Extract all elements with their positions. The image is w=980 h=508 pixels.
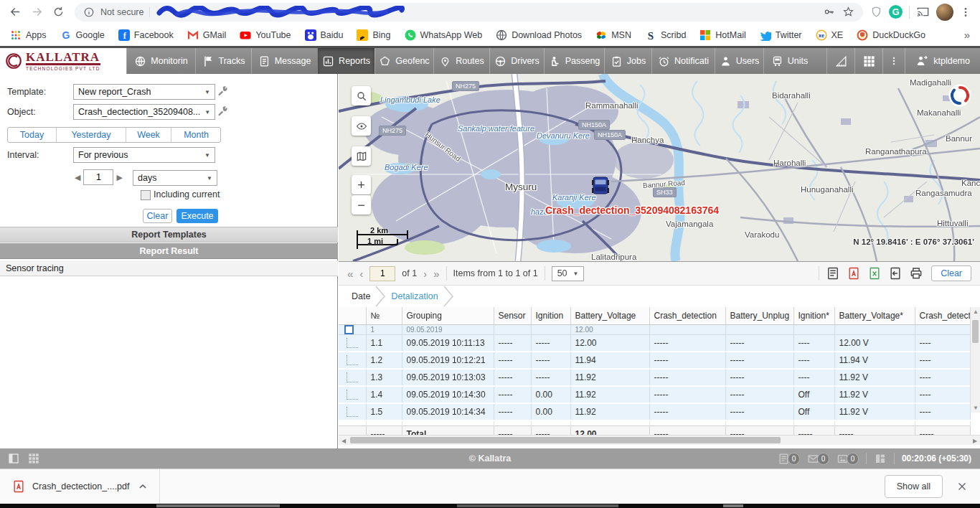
- execute-button[interactable]: Execute: [176, 209, 218, 223]
- object-select[interactable]: Crash_dectection_35209408...▼: [73, 104, 215, 120]
- bookmark-whatsapp-web[interactable]: WhatsApp Web: [405, 29, 483, 41]
- bookmark-twitter[interactable]: Twitter: [760, 29, 802, 41]
- info-icon[interactable]: [83, 6, 95, 18]
- bookmark-hotmail[interactable]: HotMail: [699, 29, 745, 41]
- download-item[interactable]: Crash_dectection_....pdf: [0, 469, 160, 504]
- grammarly-icon[interactable]: G: [889, 5, 903, 19]
- map-search-button[interactable]: [352, 86, 371, 105]
- report-clear-button[interactable]: Clear: [931, 265, 971, 281]
- clear-button[interactable]: Clear: [143, 209, 172, 223]
- range-today[interactable]: Today: [8, 128, 57, 142]
- report-view-icon[interactable]: [826, 266, 840, 281]
- report-result-section[interactable]: Report Result: [0, 243, 338, 259]
- chevron-up-icon[interactable]: [136, 480, 149, 493]
- page-size-select[interactable]: 50 ▼: [552, 266, 585, 281]
- tab-users[interactable]: Users: [715, 48, 763, 74]
- tab-jobs[interactable]: Jobs: [604, 48, 651, 74]
- result-item-sensor-tracing[interactable]: Sensor tracing: [0, 260, 338, 276]
- apps-button[interactable]: [854, 48, 882, 74]
- table-row[interactable]: 1.109.05.2019 10:11:13----------12.00---…: [339, 335, 970, 352]
- browser-menu-icon[interactable]: [960, 6, 971, 18]
- horizontal-scroll-thumb[interactable]: [350, 437, 781, 443]
- print-icon[interactable]: [909, 266, 923, 281]
- export-pdf-icon[interactable]: [847, 266, 861, 281]
- range-month[interactable]: Month: [171, 128, 221, 142]
- next-page-button[interactable]: ›: [423, 268, 427, 280]
- report-templates-section[interactable]: Report Templates: [0, 227, 338, 243]
- address-bar[interactable]: Not secure: [75, 3, 863, 22]
- table-row[interactable]: 1.209.05.2019 10:12:21----------11.94---…: [339, 352, 970, 369]
- tab-message[interactable]: Message: [251, 48, 317, 74]
- tab-date[interactable]: Date: [347, 291, 374, 301]
- bookmark-apps[interactable]: Apps: [10, 29, 47, 41]
- cast-icon[interactable]: [916, 5, 930, 19]
- table-row[interactable]: 1.509.05.2019 10:14:34-----0.0011.92----…: [339, 403, 970, 420]
- bookmark-youtube[interactable]: YouTube: [240, 29, 291, 41]
- zoom-in-button[interactable]: +: [352, 175, 371, 194]
- shield-extension-icon[interactable]: [870, 6, 882, 18]
- count-increment[interactable]: ▶: [113, 173, 125, 182]
- bookmark-google[interactable]: GGoogle: [60, 29, 105, 41]
- reload-button[interactable]: [49, 3, 67, 22]
- last-page-button[interactable]: »: [433, 268, 439, 280]
- scroll-down-arrow[interactable]: ▼: [971, 403, 980, 413]
- table-spacer-row[interactable]: [339, 420, 970, 426]
- bookmark-facebook[interactable]: fFacebook: [118, 29, 174, 41]
- tab-units[interactable]: Units: [763, 48, 815, 74]
- back-button[interactable]: [6, 3, 24, 22]
- page-input[interactable]: [369, 266, 395, 281]
- tab-passeng[interactable]: Passeng: [544, 48, 604, 74]
- tab-routes[interactable]: Routes: [433, 48, 489, 74]
- range-yesterday[interactable]: Yesterday: [57, 128, 126, 142]
- table-row-partial[interactable]: 109.05.201912.00: [339, 325, 970, 335]
- close-download-bar-icon[interactable]: [956, 480, 969, 493]
- range-week[interactable]: Week: [126, 128, 171, 142]
- tab-notificati[interactable]: Notificati: [651, 48, 715, 74]
- profile-avatar[interactable]: [936, 4, 953, 21]
- count-input[interactable]: [83, 169, 113, 185]
- tab-drivers[interactable]: Drivers: [489, 48, 544, 74]
- row-checkbox[interactable]: [344, 325, 354, 334]
- bookmark-scribd[interactable]: SScribd: [645, 29, 686, 41]
- bookmark-download-photos[interactable]: Download Photos: [496, 29, 582, 41]
- app-logo[interactable]: KALLATRA TECHNOLOGIES PVT LTD: [0, 48, 126, 74]
- bookmark-msn[interactable]: MSN: [595, 29, 631, 41]
- tab-geofenc[interactable]: Geofenc: [374, 48, 433, 74]
- bookmark-baidu[interactable]: Baidu: [305, 29, 344, 41]
- tab-reports[interactable]: Reports: [317, 48, 374, 74]
- template-select[interactable]: New report_Crash▼: [73, 84, 215, 100]
- vertical-scroll-thumb[interactable]: [972, 320, 979, 343]
- prev-page-button[interactable]: ‹: [359, 268, 363, 280]
- bookmark-star-icon[interactable]: [842, 6, 854, 18]
- bookmark-xe[interactable]: xeXE: [816, 29, 844, 41]
- map[interactable]: NH275NH275NH150ANH150ASH33Lingambudi Lak…: [339, 74, 980, 261]
- user-menu[interactable]: ktpldemo: [905, 48, 980, 74]
- count-decrement[interactable]: ◀: [72, 173, 83, 182]
- forward-button[interactable]: [27, 3, 46, 22]
- bookmarks-overflow-icon[interactable]: »: [964, 29, 970, 41]
- table-row[interactable]: 1.309.05.2019 10:13:03----------11.92---…: [339, 369, 970, 386]
- zoom-out-button[interactable]: −: [352, 195, 371, 215]
- horizontal-scrollbar[interactable]: ◀ ▶: [339, 435, 980, 445]
- map-visibility-button[interactable]: [352, 116, 371, 136]
- including-current-checkbox[interactable]: [141, 190, 151, 200]
- vertical-scrollbar[interactable]: ▲ ▼: [970, 307, 980, 413]
- table-row[interactable]: 1.409.05.2019 10:14:30-----0.0011.92----…: [339, 386, 970, 403]
- object-settings-icon[interactable]: [217, 105, 228, 117]
- bookmark-bing[interactable]: Bing: [357, 29, 390, 41]
- more-button[interactable]: [882, 48, 905, 74]
- first-page-button[interactable]: «: [347, 268, 353, 280]
- template-settings-icon[interactable]: [217, 85, 228, 97]
- map-layers-button[interactable]: [352, 146, 371, 166]
- tab-tracks[interactable]: Tracks: [195, 48, 251, 74]
- tab-detalization[interactable]: Detalization: [387, 291, 442, 301]
- bookmark-duckduckgo[interactable]: DuckDuckGo: [857, 29, 925, 41]
- key-icon[interactable]: [823, 6, 835, 18]
- scroll-left-arrow[interactable]: ◀: [339, 436, 349, 446]
- tab-monitorin[interactable]: Monitorin: [126, 48, 195, 74]
- scroll-up-arrow[interactable]: ▲: [971, 307, 980, 316]
- scroll-right-arrow[interactable]: ▶: [970, 436, 980, 446]
- interval-select[interactable]: For previous▼: [73, 147, 215, 163]
- bookmark-gmail[interactable]: GMail: [187, 29, 227, 41]
- unit-select[interactable]: days▼: [133, 170, 217, 186]
